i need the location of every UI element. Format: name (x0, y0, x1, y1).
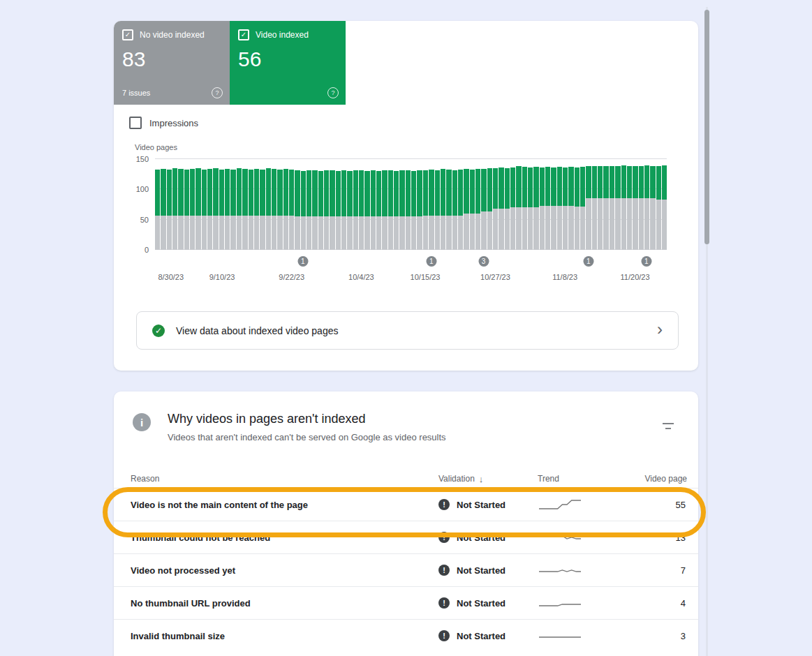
tile-no-video-indexed[interactable]: ✓ No video indexed 83 7 issues ? (114, 21, 230, 105)
chart-bar[interactable] (336, 171, 341, 250)
chart-bar[interactable] (429, 170, 434, 250)
chart-bar[interactable] (592, 166, 597, 250)
chart-bar[interactable] (545, 167, 550, 250)
chart-bar[interactable] (249, 170, 253, 250)
chart-bar[interactable] (371, 170, 376, 250)
chart-bar[interactable] (662, 165, 667, 250)
chart-bar[interactable] (639, 166, 644, 250)
chart-bar[interactable] (359, 170, 364, 250)
chart-bar[interactable] (341, 170, 346, 250)
chart-bar[interactable] (417, 170, 422, 250)
chart-bar[interactable] (237, 168, 242, 250)
chart-bar[interactable] (458, 170, 463, 250)
chart-bar[interactable] (563, 167, 568, 250)
help-icon[interactable]: ? (327, 87, 339, 98)
chart-bar[interactable] (557, 167, 562, 250)
chart-bar[interactable] (190, 169, 195, 250)
chart-bar[interactable] (289, 170, 294, 250)
header-trend[interactable]: Trend (538, 474, 634, 484)
chart-event-badge[interactable]: 1 (426, 256, 436, 267)
chart-bar[interactable] (382, 170, 387, 250)
chart-bar[interactable] (324, 170, 329, 250)
chart-bar[interactable] (388, 170, 393, 250)
chart-bar[interactable] (452, 170, 457, 250)
chart-bar[interactable] (633, 166, 637, 250)
chart-bar[interactable] (172, 168, 177, 250)
chart-bar[interactable] (207, 169, 212, 250)
chart-bar[interactable] (364, 171, 369, 250)
chart-bar[interactable] (394, 171, 399, 250)
chart-bar[interactable] (470, 170, 475, 250)
chart-bar[interactable] (376, 171, 381, 250)
impressions-toggle[interactable]: Impressions (129, 117, 198, 129)
chart-bar[interactable] (435, 170, 440, 250)
chart-bar[interactable] (575, 167, 580, 250)
table-row[interactable]: Video not processed yet ! Not Started 7 (114, 553, 698, 586)
chart-bar[interactable] (487, 168, 492, 250)
chart-event-badge[interactable]: 1 (297, 256, 308, 267)
chart-bar[interactable] (446, 170, 451, 250)
view-indexed-data-banner[interactable]: ✓ View data about indexed video pages › (136, 311, 679, 350)
chart-bar[interactable] (301, 171, 306, 250)
chart-event-badge[interactable]: 1 (641, 256, 651, 267)
chart-bar[interactable] (650, 166, 655, 250)
chart-bar[interactable] (202, 170, 207, 250)
chart-bar[interactable] (505, 168, 510, 250)
header-validation[interactable]: Validation ↓ (438, 474, 538, 484)
chart-bar[interactable] (644, 165, 649, 250)
checkbox-unchecked-icon[interactable] (129, 117, 142, 129)
chart-bar[interactable] (441, 169, 445, 250)
chart-event-badge[interactable]: 1 (583, 256, 593, 267)
scrollbar-thumb[interactable] (704, 10, 709, 244)
chart-bar[interactable] (155, 170, 160, 250)
chart-bar[interactable] (230, 170, 235, 250)
chart-bar[interactable] (499, 167, 503, 250)
stacked-bar-chart[interactable]: 050100150 (155, 159, 667, 250)
table-row[interactable]: Video is not the main content of the pag… (114, 488, 698, 521)
chart-bar[interactable] (219, 170, 224, 250)
chart-bar[interactable] (330, 170, 334, 250)
chart-bar[interactable] (307, 170, 311, 250)
chart-bar[interactable] (283, 169, 288, 250)
filter-icon[interactable] (662, 421, 674, 433)
chart-bar[interactable] (598, 166, 603, 250)
chart-bar[interactable] (580, 167, 585, 250)
chart-bar[interactable] (568, 167, 573, 250)
chart-bars[interactable] (155, 159, 667, 250)
chart-bar[interactable] (603, 166, 608, 250)
tile-video-indexed[interactable]: ✓ Video indexed 56 ? (230, 21, 346, 105)
chart-bar[interactable] (493, 168, 498, 250)
chart-bar[interactable] (295, 170, 300, 250)
chart-bar[interactable] (656, 166, 661, 250)
chart-bar[interactable] (225, 169, 230, 250)
chart-bar[interactable] (528, 167, 533, 250)
chart-bar[interactable] (167, 170, 172, 250)
table-row[interactable]: No thumbnail URL provided ! Not Started … (114, 586, 698, 619)
chart-bar[interactable] (184, 170, 189, 250)
help-icon[interactable]: ? (212, 87, 223, 98)
chart-bar[interactable] (272, 169, 276, 250)
header-video-page[interactable]: Video page (634, 474, 687, 484)
chart-bar[interactable] (522, 167, 527, 250)
chart-bar[interactable] (615, 166, 620, 250)
chart-bar[interactable] (475, 169, 480, 250)
header-reason[interactable]: Reason (131, 474, 438, 484)
chart-bar[interactable] (318, 171, 323, 250)
chart-bar[interactable] (540, 167, 545, 250)
chart-bar[interactable] (551, 167, 556, 250)
chart-bar[interactable] (347, 171, 352, 250)
chart-bar[interactable] (464, 169, 468, 250)
chart-bar[interactable] (481, 169, 486, 250)
checkbox-checked-icon[interactable]: ✓ (122, 29, 133, 40)
chart-event-badge[interactable]: 3 (478, 256, 489, 267)
checkbox-checked-icon[interactable]: ✓ (238, 29, 249, 40)
chart-bar[interactable] (260, 170, 265, 250)
chart-bar[interactable] (213, 168, 218, 250)
chart-bar[interactable] (411, 171, 416, 250)
chart-bar[interactable] (353, 170, 358, 250)
chart-bar[interactable] (266, 168, 271, 250)
chart-bar[interactable] (510, 167, 515, 250)
chart-bar[interactable] (423, 170, 428, 250)
chart-bar[interactable] (312, 170, 317, 250)
chart-bar[interactable] (254, 169, 259, 250)
